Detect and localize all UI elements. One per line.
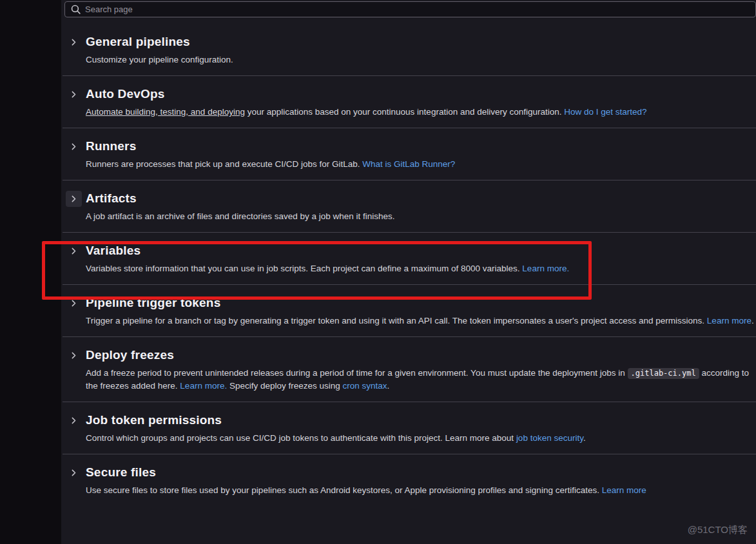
description-link[interactable]: Learn more. xyxy=(180,381,227,391)
section-description: Runners are processes that pick up and e… xyxy=(86,158,756,171)
section-description: Automate building, testing, and deployin… xyxy=(86,106,756,119)
description-underlined-link[interactable]: Automate building, testing, and deployin… xyxy=(86,107,245,117)
description-text: Specify deploy freezes using xyxy=(227,381,342,391)
section-job-token-permissions: Job token permissionsControl which group… xyxy=(63,402,756,454)
description-link[interactable]: job token security xyxy=(516,433,583,443)
chevron-right-icon xyxy=(69,194,79,204)
section-title[interactable]: Artifacts xyxy=(86,191,756,206)
description-text: your applications based on your continuo… xyxy=(245,107,564,117)
ci-cd-settings-panel: General pipelinesCustomize your pipeline… xyxy=(61,0,756,544)
section-artifacts: ArtifactsA job artifact is an archive of… xyxy=(63,180,756,233)
watermark: @51CTO博客 xyxy=(688,524,748,536)
section-title[interactable]: Variables xyxy=(86,243,756,258)
expand-general-pipelines-button[interactable] xyxy=(66,34,82,50)
section-description: Trigger a pipeline for a branch or tag b… xyxy=(86,315,756,327)
expand-job-token-permissions-button[interactable] xyxy=(66,413,82,429)
section-general-pipelines: General pipelinesCustomize your pipeline… xyxy=(63,24,756,76)
description-text: Variables store information that you can… xyxy=(86,264,522,273)
description-link[interactable]: Learn more. xyxy=(522,264,569,273)
section-auto-devops: Auto DevOpsAutomate building, testing, a… xyxy=(63,76,756,128)
expand-pipeline-trigger-tokens-button[interactable] xyxy=(66,295,82,311)
description-text: . xyxy=(583,433,586,443)
code-chip: .gitlab-ci.yml xyxy=(628,368,699,379)
description-text: Customize your pipeline configuration. xyxy=(86,55,233,64)
description-text: A job artifact is an archive of files an… xyxy=(86,211,395,221)
chevron-right-icon xyxy=(69,298,79,308)
section-runners: RunnersRunners are processes that pick u… xyxy=(63,128,756,180)
section-secure-files: Secure filesUse secure files to store fi… xyxy=(63,454,756,506)
description-text: . xyxy=(387,381,390,391)
chevron-right-icon xyxy=(69,351,79,360)
expand-secure-files-button[interactable] xyxy=(66,465,82,481)
section-title[interactable]: Deploy freezes xyxy=(86,347,756,363)
section-description: Variables store information that you can… xyxy=(86,262,756,275)
section-title[interactable]: Pipeline trigger tokens xyxy=(86,295,756,311)
section-title[interactable]: Auto DevOps xyxy=(86,86,756,102)
description-text: . xyxy=(751,316,754,325)
section-deploy-freezes: Deploy freezesAdd a freeze period to pre… xyxy=(63,337,756,402)
chevron-right-icon xyxy=(69,142,79,151)
description-link[interactable]: Learn more xyxy=(707,316,751,325)
description-text: Runners are processes that pick up and e… xyxy=(86,159,362,169)
expand-auto-devops-button[interactable] xyxy=(66,86,82,102)
expand-variables-button[interactable] xyxy=(66,243,82,259)
section-title[interactable]: Runners xyxy=(86,139,756,154)
chevron-right-icon xyxy=(69,37,79,47)
chevron-right-icon xyxy=(69,416,79,425)
expand-runners-button[interactable] xyxy=(66,139,82,155)
section-variables: VariablesVariables store information tha… xyxy=(63,233,756,285)
settings-sections: General pipelinesCustomize your pipeline… xyxy=(63,24,756,506)
section-description: Customize your pipeline configuration. xyxy=(86,53,756,66)
section-description: Control which groups and projects can us… xyxy=(86,432,756,445)
description-link[interactable]: Learn more xyxy=(602,485,646,495)
search-input[interactable] xyxy=(64,1,756,17)
search-bar xyxy=(64,1,756,17)
chevron-right-icon xyxy=(69,468,79,478)
chevron-right-icon xyxy=(69,246,79,256)
section-pipeline-trigger-tokens: Pipeline trigger tokensTrigger a pipelin… xyxy=(63,285,756,337)
chevron-right-icon xyxy=(69,90,79,99)
section-description: A job artifact is an archive of files an… xyxy=(86,210,756,223)
section-description: Use secure files to store files used by … xyxy=(86,484,756,497)
section-title[interactable]: Job token permissions xyxy=(86,413,756,428)
description-link[interactable]: How do I get started? xyxy=(564,107,646,117)
section-title[interactable]: General pipelines xyxy=(86,34,756,50)
description-text: Trigger a pipeline for a branch or tag b… xyxy=(86,316,707,325)
description-link[interactable]: cron syntax xyxy=(343,381,387,391)
search-icon xyxy=(70,4,81,15)
description-text: Use secure files to store files used by … xyxy=(86,485,602,495)
expand-artifacts-button[interactable] xyxy=(66,191,82,207)
section-title[interactable]: Secure files xyxy=(86,465,756,480)
expand-deploy-freezes-button[interactable] xyxy=(66,347,82,364)
description-link[interactable]: What is GitLab Runner? xyxy=(362,159,455,169)
description-text: Control which groups and projects can us… xyxy=(86,433,516,443)
section-description: Add a freeze period to prevent unintende… xyxy=(86,367,756,393)
description-text: Add a freeze period to prevent unintende… xyxy=(86,368,628,378)
